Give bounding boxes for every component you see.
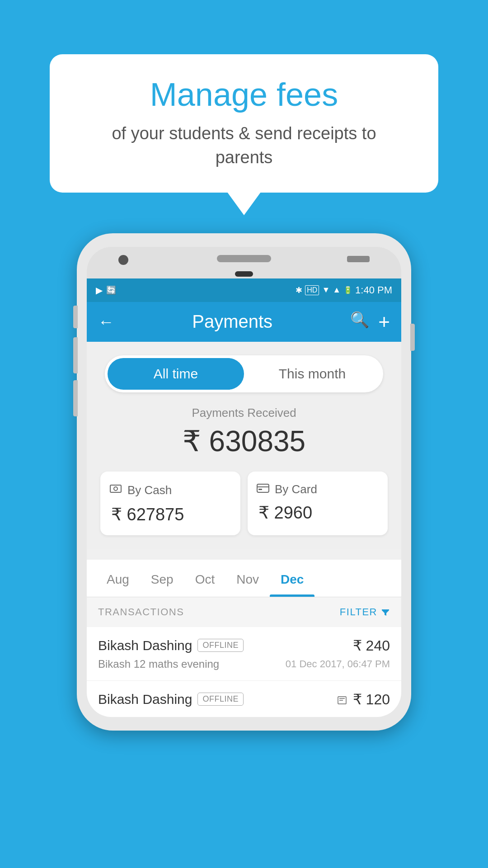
- app-bar: ← Payments 🔍 +: [87, 302, 401, 342]
- by-cash-card: By Cash ₹ 627875: [100, 472, 240, 535]
- power-button: [410, 324, 415, 351]
- month-tabs: Aug Sep Oct Nov Dec: [87, 560, 401, 597]
- svg-rect-2: [257, 484, 269, 492]
- svg-rect-0: [110, 485, 121, 492]
- transaction-row2: Bikash 12 maths evening 01 Dec 2017, 06:…: [98, 658, 390, 670]
- by-card-header: By Card: [257, 482, 379, 496]
- filter-button[interactable]: FILTER: [340, 606, 390, 618]
- transaction-left: Bikash Dashing OFFLINE: [98, 638, 244, 653]
- by-cash-amount: ₹ 627875: [109, 505, 231, 524]
- payments-label: Payments Received: [96, 406, 392, 420]
- search-icon[interactable]: 🔍: [350, 311, 369, 333]
- tab-aug[interactable]: Aug: [96, 560, 140, 597]
- phone-top: [87, 247, 401, 267]
- wifi-icon: ▼: [322, 285, 330, 295]
- by-card-amount: ₹ 2960: [257, 503, 379, 523]
- bubble-subtitle: of your students & send receipts to pare…: [81, 122, 407, 170]
- tab-nov[interactable]: Nov: [225, 560, 270, 597]
- payment-cards: By Cash ₹ 627875 By Card: [100, 472, 388, 535]
- main-content: All time This month Payments Received ₹ …: [87, 342, 401, 549]
- status-left-icons: ▶ 🔄: [96, 285, 116, 296]
- filter-text[interactable]: FILTER: [340, 606, 377, 618]
- transaction-desc-1: Bikash 12 maths evening: [98, 658, 219, 670]
- volume-down-button: [73, 380, 78, 416]
- tab-sep[interactable]: Sep: [140, 560, 184, 597]
- add-icon[interactable]: +: [378, 311, 390, 333]
- side-button-1: [73, 306, 78, 328]
- transaction-date-1: 01 Dec 2017, 06:47 PM: [286, 658, 390, 670]
- transaction-row1-2: Bikash Dashing OFFLINE ₹ 120: [98, 691, 390, 708]
- transaction-name-1: Bikash Dashing: [98, 638, 192, 653]
- by-cash-label: By Cash: [127, 483, 172, 497]
- hd-icon: HD: [305, 285, 319, 295]
- tab-oct[interactable]: Oct: [184, 560, 226, 597]
- volume-up-button: [73, 337, 78, 373]
- status-right-icons: ✱ HD ▼ ▲ 🔋 1:40 PM: [296, 284, 392, 296]
- payments-amount: ₹ 630835: [96, 425, 392, 458]
- time-toggle: All time This month: [105, 355, 383, 392]
- all-time-button[interactable]: All time: [108, 358, 244, 390]
- transaction-row1: Bikash Dashing OFFLINE ₹ 240: [98, 637, 390, 654]
- payments-received-section: Payments Received ₹ 630835: [96, 406, 392, 458]
- transaction-item-1[interactable]: Bikash Dashing OFFLINE ₹ 240 Bikash 12 m…: [87, 627, 401, 681]
- status-bar: ▶ 🔄 ✱ HD ▼ ▲ 🔋 1:40 PM: [87, 278, 401, 302]
- battery-icon: 🔋: [343, 286, 352, 294]
- transactions-label: TRANSACTIONS: [98, 606, 184, 618]
- app-title: Payments: [123, 311, 341, 332]
- phone-frame: ▶ 🔄 ✱ HD ▼ ▲ 🔋 1:40 PM ← Payments 🔍 +: [77, 233, 411, 731]
- youtube-icon: ▶: [96, 285, 103, 296]
- signal-icon: ▲: [333, 285, 341, 295]
- tab-dec[interactable]: Dec: [270, 560, 314, 597]
- transaction-amount-2: ₹ 120: [337, 691, 390, 708]
- transaction-left-2: Bikash Dashing OFFLINE: [98, 692, 244, 707]
- by-card-card: By Card ₹ 2960: [248, 472, 388, 535]
- transaction-amount-1: ₹ 240: [353, 637, 390, 654]
- bubble-title: Manage fees: [81, 77, 407, 113]
- bluetooth-icon: ✱: [296, 285, 302, 295]
- earpiece: [217, 255, 271, 262]
- card-icon: [257, 482, 269, 496]
- by-card-label: By Card: [275, 482, 317, 496]
- speech-bubble: Manage fees of your students & send rece…: [50, 54, 438, 193]
- back-button[interactable]: ←: [98, 312, 114, 331]
- cash-icon: [109, 482, 122, 498]
- offline-badge-2: OFFLINE: [197, 693, 244, 706]
- front-camera: [118, 255, 128, 265]
- home-sensor: [235, 271, 253, 277]
- sync-icon: 🔄: [106, 285, 116, 295]
- svg-point-1: [114, 487, 117, 491]
- transaction-item-2[interactable]: Bikash Dashing OFFLINE ₹ 120: [87, 681, 401, 717]
- transaction-name-2: Bikash Dashing: [98, 692, 192, 707]
- phone-screen: ▶ 🔄 ✱ HD ▼ ▲ 🔋 1:40 PM ← Payments 🔍 +: [87, 247, 401, 717]
- offline-badge-1: OFFLINE: [197, 639, 244, 652]
- transactions-header: TRANSACTIONS FILTER: [87, 597, 401, 627]
- by-cash-header: By Cash: [109, 482, 231, 498]
- sensor: [347, 256, 370, 262]
- svg-rect-4: [258, 489, 262, 490]
- this-month-button[interactable]: This month: [244, 358, 380, 390]
- app-bar-actions: 🔍 +: [350, 311, 390, 333]
- status-time: 1:40 PM: [355, 284, 392, 296]
